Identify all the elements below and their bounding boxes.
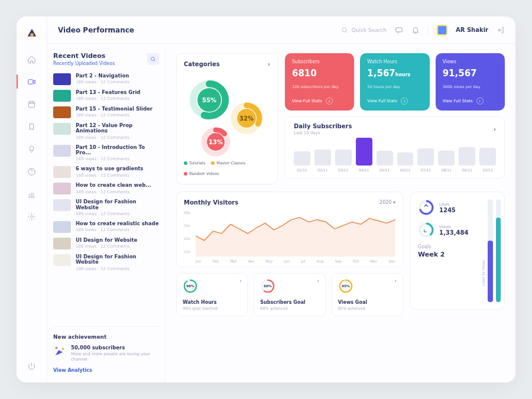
bar-column[interactable]: 03/11 <box>335 150 352 173</box>
video-thumb <box>53 166 71 178</box>
nav-calendar[interactable] <box>17 98 47 110</box>
likes-ring-icon <box>418 199 434 216</box>
svg-point-4 <box>31 215 33 218</box>
stat-card: Watch Hours1,567hours50 hours per dayVie… <box>360 53 429 111</box>
views-ring-icon <box>418 222 434 238</box>
video-title: Part 15 - Testimonial Slider <box>76 106 153 112</box>
recent-panel: Recent Videos Recently Uploaded Videos P… <box>47 44 166 382</box>
list-item[interactable]: 6 ways to use gradients189 views · 12 Co… <box>53 166 159 178</box>
bar-column[interactable]: 01/11 <box>294 151 310 172</box>
nav-stats[interactable] <box>17 188 47 200</box>
list-item[interactable]: How to create realistic shade189 views ·… <box>53 221 159 233</box>
nav-rail <box>17 17 47 382</box>
legend-item: Tutorials <box>184 161 205 166</box>
list-item[interactable]: UI Design for Fashion Website189 views ·… <box>53 199 159 216</box>
video-meta: 189 views · 12 Comments <box>76 157 159 161</box>
list-item[interactable]: Part 2 - Navigation189 views · 12 Commen… <box>53 73 159 85</box>
nav-bookmark[interactable] <box>17 121 47 132</box>
bar-column[interactable]: 08/11 <box>438 151 455 172</box>
bar-column[interactable]: 09/11 <box>459 147 475 172</box>
svg-point-0 <box>30 33 34 37</box>
chevron-right-icon[interactable]: › <box>494 126 496 132</box>
app-window: Video Performance Quick Search AR Shakir… <box>17 17 515 382</box>
nav-home[interactable] <box>17 53 47 65</box>
daily-subtitle: Last 10 days <box>294 131 352 135</box>
app-logo <box>25 27 38 40</box>
year-selector[interactable]: 2020 ▾ <box>379 200 395 205</box>
svg-rect-1 <box>28 79 33 84</box>
video-thumb <box>53 254 71 266</box>
recent-subtitle: Recently Uploaded Videos <box>53 61 115 66</box>
video-thumb <box>53 183 71 194</box>
nav-settings[interactable] <box>17 210 47 222</box>
svg-text:90%: 90% <box>186 284 194 288</box>
likes-vs-views-bars <box>488 199 501 302</box>
bar-column[interactable]: 06/11 <box>397 153 414 173</box>
achievement-title: 50,000 subscribers <box>71 345 159 351</box>
svg-point-8 <box>56 347 58 349</box>
likes-metric: Likes1245 <box>418 199 497 216</box>
nav-ideas[interactable] <box>17 143 47 155</box>
list-item[interactable]: Part 12 - Value Prop Animations189 views… <box>53 123 159 140</box>
bar-column[interactable]: 10/11 <box>479 148 496 172</box>
nav-power[interactable] <box>17 360 47 372</box>
search-icon <box>150 56 156 62</box>
daily-subs-card: Daily Subscribers Last 10 days › 01/1102… <box>285 116 505 179</box>
video-meta: 189 views · 12 Comments <box>76 173 143 178</box>
list-item[interactable]: Part 10 - Introduction To Pro...189 view… <box>53 145 159 162</box>
chevron-right-icon[interactable]: › <box>268 61 270 67</box>
svg-text:60%: 60% <box>264 284 272 288</box>
video-meta: 189 views · 12 Comments <box>76 96 140 101</box>
list-item[interactable]: UI Design for Website189 views · 12 Comm… <box>53 238 159 249</box>
view-stats-link[interactable]: View Full Stats› <box>292 98 347 105</box>
video-thumb <box>53 90 71 102</box>
list-item[interactable]: Part 13 - Features Grid189 views · 12 Co… <box>53 90 159 102</box>
goal-card[interactable]: ›60%Subscribers Goal60% acheived <box>254 273 325 316</box>
video-title: Part 2 - Navigation <box>76 73 129 79</box>
video-thumb <box>53 238 71 249</box>
list-item[interactable]: How to create clean web...189 views · 12… <box>53 183 159 194</box>
vertical-axis-label: Likes Vs Views <box>481 260 485 286</box>
arrow-right-icon: › <box>326 98 333 105</box>
search-input[interactable]: Quick Search <box>341 27 387 34</box>
view-analytics-link[interactable]: View Analytics <box>53 368 92 373</box>
stat-card: Subscribers6810320 subscribers per dayVi… <box>285 53 354 111</box>
achievement-sub: More and more people are loving your cha… <box>71 352 159 362</box>
legend-item: Random Videos <box>184 171 219 176</box>
confetti-icon <box>53 345 66 358</box>
user-name: AR Shakir <box>456 27 488 33</box>
bar-column[interactable]: 05/11 <box>377 151 393 172</box>
nav-videos[interactable] <box>17 76 47 87</box>
nav-help[interactable] <box>17 166 47 177</box>
header: Video Performance Quick Search AR Shakir <box>47 17 515 44</box>
arrow-right-icon: › <box>476 98 484 105</box>
video-title: Part 13 - Features Grid <box>76 90 140 95</box>
stat-card: Views91,5673000 views per dayView Full S… <box>436 53 505 111</box>
monthly-title: Monthly Visitors <box>184 199 238 206</box>
donut-segment: 32% <box>230 102 263 135</box>
goal-card[interactable]: ›95%Views Goal95% acheived <box>332 273 403 316</box>
bar-column[interactable]: 04/11 <box>356 138 372 173</box>
list-item[interactable]: UI Design for Fashion Website189 views ·… <box>53 254 159 271</box>
search-icon <box>341 27 348 34</box>
bar-column[interactable]: 02/11 <box>314 150 331 173</box>
legend-item: Master Classes <box>211 161 245 166</box>
recent-search-button[interactable] <box>147 53 159 65</box>
svg-rect-2 <box>29 102 35 107</box>
chat-icon[interactable] <box>395 26 403 34</box>
logout-icon[interactable] <box>497 26 505 34</box>
bell-icon[interactable] <box>411 26 420 34</box>
bar-column[interactable]: 07/11 <box>417 148 434 172</box>
view-stats-link[interactable]: View Full Stats› <box>443 98 498 105</box>
goals-summary-card: Likes1245 Views1,33,484 Goals Week 2 Lik… <box>410 192 505 310</box>
list-item[interactable]: Part 15 - Testimonial Slider189 views · … <box>53 106 159 118</box>
view-stats-link[interactable]: View Full Stats› <box>367 98 422 105</box>
progress-ring-icon: 60% <box>260 278 275 294</box>
svg-text:95%: 95% <box>342 284 350 288</box>
chevron-right-icon: › <box>317 278 319 284</box>
arrow-right-icon: › <box>401 98 408 105</box>
monthly-chart: 40k 30k 20k 10k <box>184 210 395 257</box>
goal-card[interactable]: ›90%Watch Hours90% goal reached <box>176 273 248 316</box>
avatar[interactable] <box>437 25 447 35</box>
video-title: UI Design for Fashion Website <box>76 199 159 210</box>
